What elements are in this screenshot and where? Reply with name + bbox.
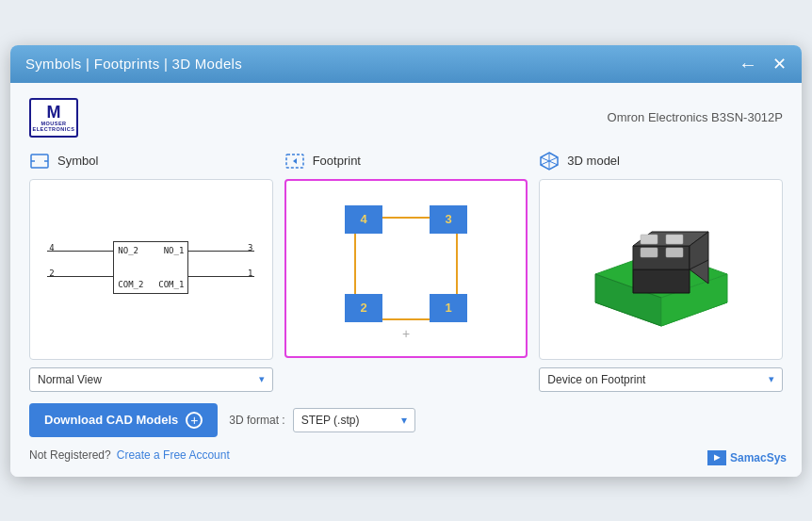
svg-marker-13 — [633, 269, 690, 293]
symbol-diagram: NO_2 NO_1 COM_2 COM_1 4 2 3 — [47, 232, 254, 307]
model-dropdown-arrow: ▾ — [769, 373, 774, 385]
create-account-link[interactable]: Create a Free Account — [117, 448, 230, 462]
symbol-dropdown-value: Normal View — [38, 373, 102, 386]
symbol-dropdown-row: Normal View ▾ — [29, 367, 273, 392]
svg-rect-20 — [641, 248, 658, 257]
symbol-header: Symbol — [29, 151, 273, 171]
not-registered-text: Not Registered? — [29, 448, 111, 462]
footprint-diagram: 4 3 2 1 + — [321, 188, 491, 349]
mouser-logo: M MOUSERELECTRONICS — [29, 98, 78, 138]
pin-2-line — [47, 276, 113, 278]
svg-rect-19 — [666, 235, 683, 244]
download-button[interactable]: Download CAD Models + — [29, 403, 218, 437]
title-bar: Symbols | Footprints | 3D Models ← ✕ — [10, 45, 802, 83]
model-icon — [539, 151, 560, 171]
fp-origin: + — [402, 326, 410, 341]
model-dropdown-row: Device on Footprint ▾ — [539, 367, 783, 392]
fp-pad-4: 4 — [345, 205, 382, 234]
symbol-box: NO_2 NO_1 COM_2 COM_1 — [113, 241, 188, 294]
symbol-title: Symbol — [57, 154, 98, 168]
symbol-column: Symbol NO_2 NO_1 COM_2 COM_1 4 — [29, 151, 273, 392]
format-label: 3D format : — [229, 414, 284, 427]
pin-1-line — [188, 276, 254, 278]
model-3d-svg — [567, 189, 755, 350]
footprint-title: Footprint — [313, 154, 361, 168]
columns: Symbol NO_2 NO_1 COM_2 COM_1 4 — [29, 151, 783, 392]
sym-label-com1: COM_1 — [158, 280, 184, 289]
footer-row: Download CAD Models + 3D format : STEP (… — [29, 403, 783, 441]
symbol-icon — [29, 151, 50, 171]
logo-m-letter: M — [47, 104, 61, 121]
title-bar-text: Symbols | Footprints | 3D Models — [25, 56, 242, 72]
download-icon: + — [186, 412, 203, 429]
pin-3-line — [188, 251, 254, 252]
model-dropdown[interactable]: Device on Footprint ▾ — [539, 367, 783, 392]
samac-text: SamacSys — [730, 451, 787, 464]
footprint-header: Footprint — [284, 151, 528, 171]
header-row: M MOUSERELECTRONICS Omron Electronics B3… — [29, 98, 783, 138]
logo-subtitle: MOUSERELECTRONICS — [33, 121, 75, 132]
logo-area: M MOUSERELECTRONICS — [29, 98, 78, 138]
sym-label-no1: NO_1 — [164, 246, 185, 255]
model-title: 3D model — [567, 154, 620, 168]
footprint-dropdown-spacer — [284, 366, 528, 392]
sym-label-no2: NO_2 — [118, 246, 138, 255]
product-title: Omron Electronics B3SN-3012P — [608, 110, 783, 124]
footprint-preview: 4 3 2 1 + — [284, 179, 528, 358]
footprint-icon — [284, 151, 305, 171]
main-dialog: Symbols | Footprints | 3D Models ← ✕ M M… — [10, 45, 802, 477]
back-button[interactable]: ← — [739, 55, 757, 73]
samac-branding: SamacSys — [707, 450, 787, 465]
close-button[interactable]: ✕ — [772, 56, 787, 73]
symbol-dropdown-arrow: ▾ — [259, 373, 265, 385]
svg-rect-18 — [641, 235, 658, 244]
format-value: STEP (.stp) — [301, 414, 360, 427]
pin-1-number: 1 — [248, 269, 252, 278]
model-header: 3D model — [539, 151, 783, 171]
model-column: 3D model — [539, 151, 783, 392]
format-dropdown[interactable]: STEP (.stp) ▾ — [293, 408, 415, 432]
fp-pad-1: 1 — [430, 294, 467, 322]
svg-rect-21 — [666, 248, 683, 257]
pin-4-number: 4 — [49, 243, 54, 252]
download-label: Download CAD Models — [44, 413, 178, 427]
footprint-column: Footprint 4 3 2 1 + — [284, 151, 528, 392]
fp-pad-3: 3 — [430, 205, 467, 234]
symbol-preview: NO_2 NO_1 COM_2 COM_1 4 2 3 — [29, 179, 273, 360]
format-row: 3D format : STEP (.stp) ▾ — [229, 408, 414, 432]
symbol-dropdown[interactable]: Normal View ▾ — [29, 367, 273, 392]
pin-2-number: 2 — [49, 269, 54, 278]
svg-marker-4 — [293, 158, 297, 164]
format-arrow: ▾ — [401, 414, 407, 427]
pin-3-number: 3 — [248, 243, 252, 252]
register-row: Not Registered? Create a Free Account — [29, 448, 783, 462]
model-dropdown-value: Device on Footprint — [547, 373, 645, 386]
samac-icon — [707, 450, 726, 465]
title-bar-controls: ← ✕ — [739, 55, 787, 73]
model-preview — [539, 179, 783, 360]
pin-4-line — [47, 251, 113, 252]
sym-label-com2: COM_2 — [118, 280, 143, 289]
content-area: M MOUSERELECTRONICS Omron Electronics B3… — [10, 83, 802, 477]
fp-pad-2: 2 — [345, 294, 382, 322]
